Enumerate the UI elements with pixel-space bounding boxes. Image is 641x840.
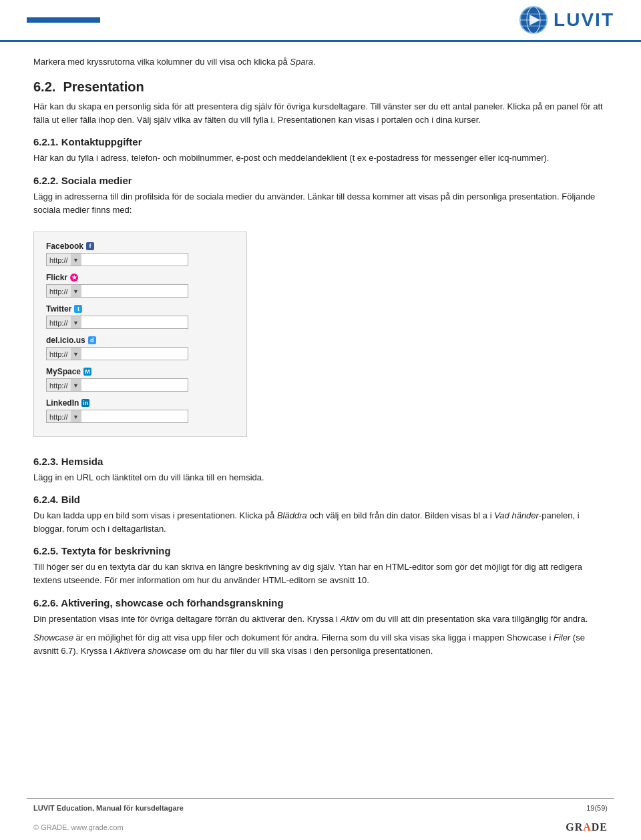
myspace-row: MySpace M http:// ▼ — [46, 367, 234, 392]
intro-paragraph: Markera med kryssrutorna vilka kolumner … — [33, 55, 608, 69]
facebook-icon: f — [86, 242, 94, 250]
flickr-row: Flickr ★ http:// ▼ — [46, 273, 234, 298]
logo-area: LUVIT — [519, 5, 614, 35]
facebook-row: Facebook f http:// ▼ — [46, 242, 234, 266]
page-footer: LUVIT Education, Manual för kursdeltagar… — [0, 798, 641, 840]
section-6-2-5-body: Till höger ser du en textyta där du kan … — [33, 560, 608, 587]
twitter-icon: t — [74, 305, 82, 313]
footer-title: LUVIT Education, Manual för kursdeltagar… — [33, 804, 184, 812]
main-content: Markera med kryssrutorna vilka kolumner … — [0, 42, 641, 677]
flickr-prefix: http:// — [46, 284, 71, 298]
delicious-icon: d — [88, 336, 96, 344]
footer-bottom: © GRADE, www.grade.com GRADE — [0, 817, 641, 840]
section-6-2-1-heading: 6.2.1. Kontaktuppgifter — [33, 136, 608, 147]
linkedin-prefix: http:// — [46, 410, 71, 423]
facebook-url-input[interactable] — [81, 253, 188, 266]
linkedin-label: LinkedIn in — [46, 398, 234, 408]
footer-copyright: © GRADE, www.grade.com — [33, 823, 124, 831]
facebook-prefix: http:// — [46, 253, 71, 266]
flickr-input-row: http:// ▼ — [46, 284, 234, 298]
flickr-url-input[interactable] — [81, 284, 188, 298]
section-6-2-4-body: Du kan ladda upp en bild som visas i pre… — [33, 509, 608, 536]
twitter-row: Twitter t http:// ▼ — [46, 304, 234, 329]
twitter-dropdown-arrow[interactable]: ▼ — [71, 316, 81, 329]
delicious-row: del.icio.us d http:// ▼ — [46, 336, 234, 360]
twitter-input-row: http:// ▼ — [46, 316, 234, 329]
section-6-2-2-heading: 6.2.2. Sociala medier — [33, 175, 608, 186]
section-6-2-5-heading: 6.2.5. Textyta för beskrivning — [33, 545, 608, 556]
section-6-2-heading: 6.2. Presentation — [33, 79, 608, 95]
section-6-2-body: Här kan du skapa en personlig sida för a… — [33, 100, 608, 127]
luvit-logo-icon — [519, 5, 548, 35]
section-6-2-6-body2: Showcase är en möjlighet för dig att vis… — [33, 631, 608, 658]
myspace-input-row: http:// ▼ — [46, 378, 234, 392]
myspace-label: MySpace M — [46, 367, 234, 376]
section-6-2-3-body: Lägg in en URL och länktitel om du vill … — [33, 471, 608, 484]
myspace-url-input[interactable] — [81, 378, 188, 392]
delicious-label: del.icio.us d — [46, 336, 234, 345]
flickr-dropdown-arrow[interactable]: ▼ — [71, 284, 81, 298]
delicious-dropdown-arrow[interactable]: ▼ — [71, 347, 81, 360]
section-6-2-1-body: Här kan du fylla i adress, telefon- och … — [33, 151, 608, 165]
twitter-prefix: http:// — [46, 316, 71, 329]
linkedin-input-row: http:// ▼ — [46, 410, 234, 423]
linkedin-icon: in — [81, 399, 89, 407]
social-media-form: Facebook f http:// ▼ Flickr ★ http:// ▼ — [33, 232, 247, 437]
flickr-label: Flickr ★ — [46, 273, 234, 282]
linkedin-url-input[interactable] — [81, 410, 188, 423]
section-6-2-6-body1: Din presentation visas inte för övriga d… — [33, 612, 608, 626]
grade-logo: GRADE — [566, 821, 608, 833]
section-6-2-3-heading: 6.2.3. Hemsida — [33, 456, 608, 467]
facebook-input-row: http:// ▼ — [46, 253, 234, 266]
header-blue-line — [27, 17, 100, 23]
myspace-dropdown-arrow[interactable]: ▼ — [71, 378, 81, 392]
facebook-label: Facebook f — [46, 242, 234, 251]
footer-info: LUVIT Education, Manual för kursdeltagar… — [0, 799, 641, 817]
myspace-icon: M — [83, 368, 91, 376]
myspace-prefix: http:// — [46, 378, 71, 392]
delicious-url-input[interactable] — [81, 347, 188, 360]
linkedin-dropdown-arrow[interactable]: ▼ — [71, 410, 81, 423]
page-header: LUVIT — [0, 0, 641, 42]
logo-text: LUVIT — [554, 9, 614, 31]
flickr-icon: ★ — [70, 274, 78, 282]
twitter-label: Twitter t — [46, 304, 234, 314]
section-6-2-2-body1: Lägg in adresserna till din profilsida f… — [33, 190, 608, 217]
delicious-input-row: http:// ▼ — [46, 347, 234, 360]
linkedin-row: LinkedIn in http:// ▼ — [46, 398, 234, 423]
section-6-2-4-heading: 6.2.4. Bild — [33, 494, 608, 505]
footer-page-number: 19(59) — [586, 804, 608, 812]
twitter-url-input[interactable] — [81, 316, 188, 329]
facebook-dropdown-arrow[interactable]: ▼ — [71, 253, 81, 266]
section-6-2-6-heading: 6.2.6. Aktivering, showcase och förhands… — [33, 597, 608, 608]
delicious-prefix: http:// — [46, 347, 71, 360]
